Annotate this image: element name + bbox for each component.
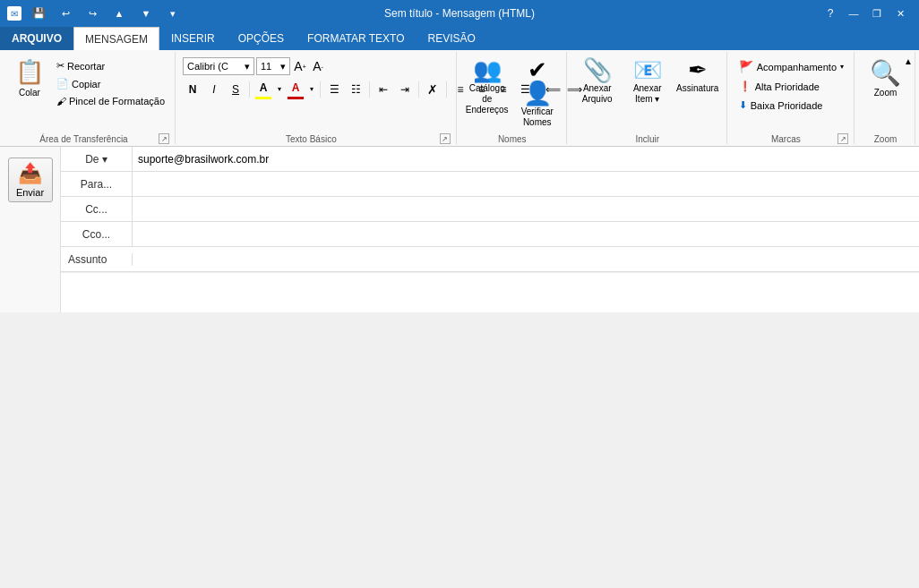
decrease-font-btn[interactable]: A- — [310, 58, 326, 74]
bold-button[interactable]: N — [183, 81, 202, 98]
from-value: suporte@brasilwork.com.br — [133, 147, 919, 171]
copy-button[interactable]: 📄 Copiar — [52, 75, 169, 92]
menu-inserir[interactable]: INSERIR — [159, 27, 227, 50]
font-name-selector[interactable]: Calibri (C ▾ — [183, 57, 254, 75]
signature-icon: ✒ — [688, 58, 708, 81]
bcc-field-row: Cco... — [61, 222, 919, 247]
paste-button[interactable]: 📋 Colar — [9, 54, 50, 109]
paintbrush-icon: 🖌 — [56, 96, 66, 107]
menu-formatar[interactable]: FORMATAR TEXTO — [296, 27, 416, 50]
address-book-icon: 👥 — [473, 58, 502, 81]
save-quick-btn[interactable]: 💾 — [27, 4, 50, 22]
clipboard-expand-btn[interactable]: ↗ — [159, 133, 169, 144]
cc-input[interactable] — [133, 197, 919, 221]
menu-mensagem[interactable]: MENSAGEM — [73, 27, 159, 50]
bcc-input[interactable] — [133, 222, 919, 246]
app-icon: ✉ — [7, 6, 21, 21]
marcas-expand-btn[interactable]: ↗ — [837, 133, 848, 144]
send-button[interactable]: 📤 Enviar — [8, 158, 53, 202]
menu-revisao[interactable]: REVISÃO — [417, 27, 487, 50]
baixa-prioridade-button[interactable]: ⬇ Baixa Prioridade — [734, 97, 828, 114]
font-size-selector[interactable]: 11 ▾ — [256, 57, 290, 75]
subject-input[interactable] — [133, 247, 919, 271]
down-btn[interactable]: ▼ — [134, 4, 158, 22]
email-body[interactable] — [61, 272, 919, 312]
anexar-arquivo-button[interactable]: 📎 AnexarArquivo — [574, 54, 621, 109]
send-icon: 📤 — [18, 162, 42, 185]
check-names-icon: ✔👤 — [519, 58, 556, 105]
incluir-group: 📎 AnexarArquivo 📧 AnexarItem ▾ ✒ Assinat… — [569, 52, 727, 144]
to-label-btn[interactable]: Para... — [61, 172, 133, 196]
acompanhamento-button[interactable]: 🚩 Acompanhamento ▾ — [734, 57, 848, 76]
nomes-group: 👥 Catálogo deEndereços ✔👤 VerificarNomes… — [459, 52, 567, 144]
ribbon-collapse-btn[interactable]: ▲ — [901, 54, 915, 68]
cc-field-row: Cc... — [61, 197, 919, 222]
format-painter-button[interactable]: 🖌 Pincel de Formatação — [52, 93, 169, 109]
menu-arquivo[interactable]: ARQUIVO — [0, 27, 73, 50]
text-basic-expand-btn[interactable]: ↗ — [440, 133, 451, 144]
undo-btn[interactable]: ↩ — [54, 4, 77, 22]
increase-indent-btn[interactable]: ⇥ — [395, 81, 415, 98]
title-bar: ✉ 💾 ↩ ↪ ▲ ▼ ▾ Sem título - Mensagem (HTM… — [0, 0, 919, 27]
underline-button[interactable]: S — [226, 81, 245, 98]
help-button[interactable]: ? — [819, 4, 842, 22]
redo-btn[interactable]: ↪ — [81, 4, 104, 22]
decrease-indent-btn[interactable]: ⇤ — [374, 81, 393, 98]
subject-field-row: Assunto — [61, 247, 919, 272]
highlight-color-btn[interactable]: A — [253, 79, 273, 97]
attach-file-icon: 📎 — [583, 58, 612, 81]
ribbon: 📋 Colar ✂ Recortar 📄 Copiar 🖌 Pincel de … — [0, 50, 919, 147]
more-btn[interactable]: ▾ — [161, 4, 185, 22]
assinatura-button[interactable]: ✒ Assinatura — [674, 54, 721, 98]
increase-font-btn[interactable]: A+ — [292, 58, 308, 74]
cc-label-btn[interactable]: Cc... — [61, 197, 133, 221]
to-field-row: Para... — [61, 172, 919, 197]
font-color-dropdown-btn[interactable]: ▾ — [307, 81, 316, 98]
zoom-icon: 🔍 — [870, 58, 901, 88]
verificar-nomes-button[interactable]: ✔👤 VerificarNomes — [514, 54, 561, 132]
from-label-btn[interactable]: De ▾ — [61, 147, 133, 171]
close-button[interactable]: ✕ — [889, 4, 912, 22]
number-list-btn[interactable]: ☷ — [346, 81, 365, 98]
send-panel: 📤 Enviar — [0, 147, 61, 312]
clear-formatting-btn[interactable]: ✗ — [423, 81, 442, 98]
font-color-btn[interactable]: A — [286, 79, 305, 97]
to-input[interactable] — [133, 172, 919, 196]
clipboard-group: 📋 Colar ✂ Recortar 📄 Copiar 🖌 Pincel de … — [4, 52, 176, 144]
cut-button[interactable]: ✂ Recortar — [52, 57, 169, 74]
italic-button[interactable]: I — [204, 81, 224, 98]
subject-label: Assunto — [61, 253, 133, 266]
alta-prioridade-button[interactable]: ❗ Alta Prioridade — [734, 78, 824, 95]
catalogo-enderecos-button[interactable]: 👥 Catálogo deEndereços — [464, 54, 511, 120]
marcas-group: 🚩 Acompanhamento ▾ ❗ Alta Prioridade ⬇ B… — [729, 52, 855, 144]
bullet-list-btn[interactable]: ☰ — [324, 81, 344, 98]
paste-icon: 📋 — [15, 58, 44, 86]
bcc-label-btn[interactable]: Cco... — [61, 222, 133, 246]
anexar-item-button[interactable]: 📧 AnexarItem ▾ — [624, 54, 671, 109]
highlight-dropdown-btn[interactable]: ▾ — [275, 81, 284, 98]
low-priority-icon: ⬇ — [739, 99, 747, 111]
email-area: 📤 Enviar De ▾ suporte@brasilwork.com.br … — [0, 147, 919, 312]
copy-icon: 📄 — [56, 78, 69, 89]
text-basic-group: Calibri (C ▾ 11 ▾ A+ A- N I S — [177, 52, 457, 144]
attach-item-icon: 📧 — [633, 58, 662, 81]
window-title: Sem título - Mensagem (HTML) — [384, 7, 535, 20]
flag-icon: 🚩 — [739, 60, 753, 73]
restore-button[interactable]: ❐ — [865, 4, 889, 22]
highlight-color-indicator — [255, 97, 271, 99]
high-priority-icon: ❗ — [739, 81, 752, 92]
menu-opcoes[interactable]: OPÇÕES — [227, 27, 296, 50]
minimize-button[interactable]: — — [842, 4, 865, 22]
from-field-row: De ▾ suporte@brasilwork.com.br — [61, 147, 919, 172]
font-color-indicator — [288, 97, 304, 99]
menu-bar: ARQUIVO MENSAGEM INSERIR OPÇÕES FORMATAR… — [0, 27, 919, 50]
scissors-icon: ✂ — [56, 60, 64, 72]
up-btn[interactable]: ▲ — [107, 4, 131, 22]
